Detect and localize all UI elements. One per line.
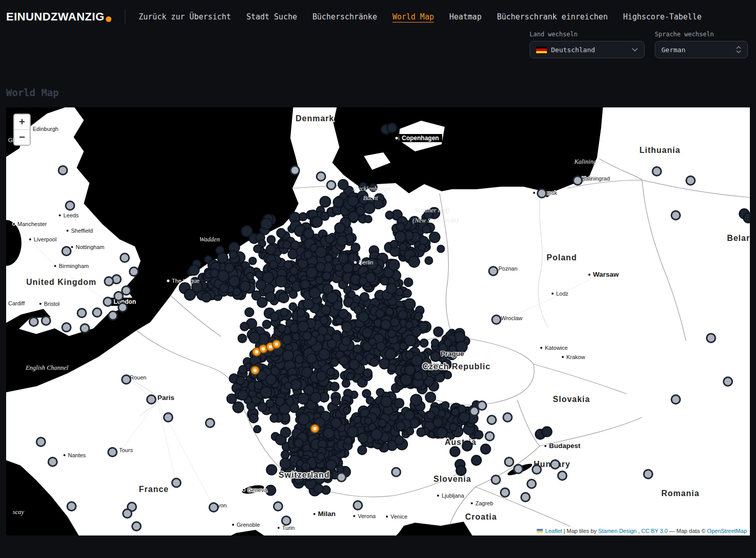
map-marker[interactable] bbox=[347, 373, 354, 380]
gray-map-marker[interactable] bbox=[206, 419, 215, 428]
map-marker[interactable] bbox=[404, 299, 416, 310]
map-marker[interactable] bbox=[304, 229, 313, 238]
map-marker[interactable] bbox=[353, 345, 361, 353]
nav-submit-bookcase[interactable]: Bücherschrank einreichen bbox=[497, 12, 608, 21]
gray-map-marker[interactable] bbox=[132, 522, 141, 531]
dark-map-marker[interactable] bbox=[456, 466, 466, 476]
map-marker[interactable] bbox=[433, 327, 443, 337]
gray-map-marker[interactable] bbox=[109, 311, 118, 320]
map-marker[interactable] bbox=[284, 382, 292, 390]
gray-map-marker[interactable] bbox=[317, 172, 326, 181]
map-marker[interactable] bbox=[337, 465, 344, 473]
map-marker[interactable] bbox=[437, 428, 447, 438]
map-marker[interactable] bbox=[342, 380, 350, 387]
gray-map-marker[interactable] bbox=[93, 308, 102, 317]
map-marker[interactable] bbox=[431, 339, 439, 347]
gray-map-marker[interactable] bbox=[42, 317, 51, 325]
map-marker[interactable] bbox=[395, 436, 404, 444]
gray-map-marker[interactable] bbox=[108, 448, 117, 457]
map-marker[interactable] bbox=[314, 484, 323, 493]
map-marker[interactable] bbox=[414, 372, 423, 381]
map-marker[interactable] bbox=[391, 240, 398, 248]
gray-map-marker[interactable] bbox=[354, 501, 362, 510]
map-marker[interactable] bbox=[451, 408, 459, 416]
gray-map-marker[interactable] bbox=[49, 458, 57, 466]
map-marker[interactable] bbox=[238, 334, 247, 343]
map-marker[interactable] bbox=[249, 414, 258, 422]
map-marker[interactable] bbox=[280, 308, 288, 317]
map-marker[interactable] bbox=[323, 272, 331, 280]
map-marker[interactable] bbox=[291, 241, 300, 250]
map-marker[interactable] bbox=[266, 464, 277, 475]
attribution-link[interactable]: CC BY 3.0 bbox=[641, 528, 668, 534]
map-marker[interactable] bbox=[281, 451, 289, 459]
gray-map-marker[interactable] bbox=[392, 468, 401, 477]
map-marker[interactable] bbox=[230, 251, 237, 258]
gray-map-marker[interactable] bbox=[130, 267, 139, 276]
map-marker[interactable] bbox=[276, 397, 284, 406]
map-marker[interactable] bbox=[370, 358, 378, 366]
map-marker[interactable] bbox=[411, 355, 422, 366]
map-marker[interactable] bbox=[260, 387, 271, 398]
map-marker[interactable] bbox=[289, 303, 297, 310]
map-marker[interactable] bbox=[327, 292, 338, 303]
map-marker[interactable] bbox=[408, 256, 420, 267]
map-marker[interactable] bbox=[438, 410, 445, 417]
map-marker[interactable] bbox=[327, 368, 334, 375]
gray-map-marker[interactable] bbox=[672, 211, 680, 220]
map-marker[interactable] bbox=[252, 291, 261, 300]
map-marker[interactable] bbox=[189, 265, 199, 275]
gray-map-marker[interactable] bbox=[558, 472, 567, 480]
map-marker[interactable] bbox=[404, 410, 415, 420]
map-marker[interactable] bbox=[331, 359, 338, 366]
gray-map-marker[interactable] bbox=[505, 458, 514, 466]
gray-map-marker[interactable] bbox=[489, 267, 498, 276]
gray-map-marker[interactable] bbox=[486, 432, 494, 441]
map-marker[interactable] bbox=[337, 236, 347, 246]
map-marker[interactable] bbox=[317, 334, 325, 342]
gray-map-marker[interactable] bbox=[59, 166, 67, 175]
map-marker[interactable] bbox=[254, 426, 261, 433]
map-marker[interactable] bbox=[376, 309, 384, 318]
dark-map-marker[interactable] bbox=[744, 213, 750, 223]
map-marker[interactable] bbox=[359, 277, 367, 285]
gray-map-marker[interactable] bbox=[686, 176, 695, 185]
dark-map-marker[interactable] bbox=[481, 444, 491, 454]
map-marker[interactable] bbox=[298, 321, 309, 332]
map-marker[interactable] bbox=[342, 322, 352, 332]
attribution-link[interactable]: Stamen Design bbox=[598, 528, 636, 534]
map-marker[interactable] bbox=[403, 289, 411, 298]
map-marker[interactable] bbox=[238, 390, 247, 400]
language-select[interactable]: German bbox=[655, 41, 748, 58]
map-marker[interactable] bbox=[358, 312, 369, 322]
map-marker[interactable] bbox=[369, 338, 376, 346]
map-marker[interactable] bbox=[335, 264, 342, 271]
nav-city-search[interactable]: Stadt Suche bbox=[246, 12, 297, 21]
map-marker[interactable] bbox=[442, 401, 449, 409]
gray-map-marker[interactable] bbox=[470, 407, 479, 416]
map-marker[interactable] bbox=[396, 422, 405, 431]
map-marker[interactable] bbox=[219, 284, 228, 293]
map-marker[interactable] bbox=[304, 251, 312, 259]
map-marker[interactable] bbox=[266, 485, 276, 496]
map-marker[interactable] bbox=[324, 428, 334, 439]
gray-map-marker[interactable] bbox=[488, 416, 496, 425]
gray-map-marker[interactable] bbox=[105, 277, 113, 286]
map-marker[interactable] bbox=[241, 226, 253, 237]
map-marker[interactable] bbox=[327, 339, 336, 348]
gray-map-marker[interactable] bbox=[533, 465, 541, 474]
gray-map-marker[interactable] bbox=[122, 286, 131, 295]
gray-map-marker[interactable] bbox=[81, 324, 89, 333]
map-marker[interactable] bbox=[391, 318, 400, 327]
dark-map-marker[interactable] bbox=[431, 352, 441, 362]
map-marker[interactable] bbox=[398, 310, 407, 320]
map-marker[interactable] bbox=[303, 331, 311, 340]
nav-heatmap[interactable]: Heatmap bbox=[449, 12, 482, 21]
gray-map-marker[interactable] bbox=[478, 401, 487, 410]
map-marker[interactable] bbox=[310, 244, 317, 251]
map-marker[interactable] bbox=[419, 244, 426, 251]
map-marker[interactable] bbox=[325, 255, 332, 262]
map-marker[interactable] bbox=[429, 232, 440, 243]
gray-map-marker[interactable] bbox=[538, 189, 546, 198]
map-marker[interactable] bbox=[266, 244, 276, 254]
